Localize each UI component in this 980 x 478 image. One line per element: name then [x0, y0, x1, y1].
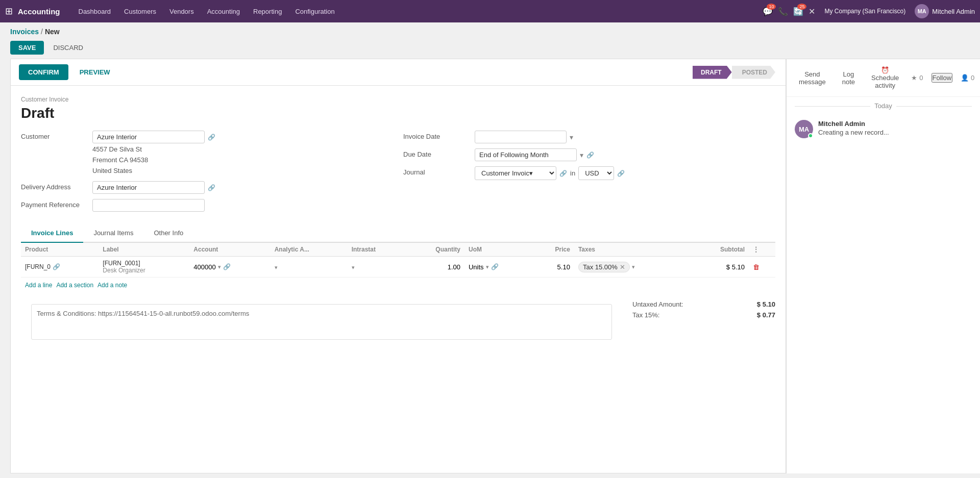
uom-ext-link[interactable]: 🔗: [491, 263, 499, 270]
chatter-msg-name: Mitchell Admin: [818, 120, 972, 128]
log-note-button[interactable]: Log note: [838, 68, 859, 88]
menu-vendors[interactable]: Vendors: [163, 5, 200, 18]
chatter-right: ★ 0 Follow 👤 0: [911, 73, 974, 83]
schedule-activity-button[interactable]: ⏰ Schedule activity: [867, 64, 903, 91]
top-navigation: ⊞ Accounting Dashboard Customers Vendors…: [0, 0, 980, 22]
delivery-ext-link[interactable]: 🔗: [208, 184, 215, 191]
online-indicator: [808, 133, 813, 138]
send-message-button[interactable]: Send message: [795, 68, 830, 88]
cell-price: 5.10: [533, 257, 574, 278]
table-actions: Add a line Add a section Add a note: [21, 278, 775, 289]
invoice-date-field: Invoice Date ▾: [403, 131, 775, 143]
menu-dashboard[interactable]: Dashboard: [72, 5, 117, 18]
main-content: CONFIRM PREVIEW DRAFT POSTED Customer In…: [0, 59, 980, 473]
add-section-link[interactable]: Add a section: [56, 282, 93, 289]
due-date-label: Due Date: [403, 148, 470, 158]
col-account: Account: [189, 243, 270, 257]
untaxed-row: Untaxed Amount: $ 5.10: [632, 299, 775, 310]
customer-input[interactable]: [92, 131, 205, 143]
form-col-right: Invoice Date ▾ Due Date ▾ 🔗: [403, 131, 775, 217]
cell-subtotal: $ 5.10: [690, 257, 749, 278]
phone-icon[interactable]: 📞: [778, 7, 788, 16]
save-button[interactable]: SAVE: [10, 41, 44, 55]
customer-ext-link[interactable]: 🔗: [208, 134, 215, 141]
tax-remove-icon[interactable]: ✕: [620, 263, 625, 271]
col-quantity: Quantity: [405, 243, 464, 257]
cell-product: [FURN_0 🔗: [21, 257, 99, 278]
label-line2: Desk Organizer: [103, 267, 185, 274]
label-line1: [FURN_0001]: [103, 260, 185, 267]
delivery-input[interactable]: [92, 181, 205, 194]
tax-label: Tax 15.00%: [583, 263, 618, 271]
journal-field: Journal Customer Invoic▾ 🔗 in USD: [403, 166, 775, 180]
form-fields: Customer 🔗 4557 De Silva St Fremont CA 9…: [21, 131, 775, 217]
col-uom: UoM: [464, 243, 533, 257]
confirm-section: CONFIRM PREVIEW: [11, 59, 693, 85]
tab-journal-items[interactable]: Journal Items: [83, 224, 143, 243]
col-subtotal: Subtotal: [690, 243, 749, 257]
due-date-ext-link[interactable]: 🔗: [586, 152, 594, 159]
app-brand: Accounting: [18, 7, 60, 16]
discard-button[interactable]: DISCARD: [48, 41, 88, 55]
add-note-link[interactable]: Add a note: [97, 282, 127, 289]
invoice-date-value: ▾: [475, 131, 775, 143]
cell-intrastat: ▾: [348, 257, 405, 278]
tab-invoice-lines[interactable]: Invoice Lines: [21, 224, 83, 243]
notification-icon[interactable]: 💬10: [763, 7, 773, 16]
tax-value: $ 0.77: [757, 311, 775, 319]
confirm-button[interactable]: CONFIRM: [19, 64, 68, 80]
invoice-type-label: Customer Invoice: [21, 96, 775, 103]
menu-accounting[interactable]: Accounting: [201, 5, 246, 18]
breadcrumb-parent[interactable]: Invoices: [10, 28, 39, 36]
product-ext-link[interactable]: 🔗: [53, 263, 60, 270]
due-date-input[interactable]: [475, 148, 577, 161]
invoice-date-input[interactable]: [475, 131, 567, 143]
add-line-link[interactable]: Add a line: [25, 282, 52, 289]
journal-label: Journal: [403, 166, 470, 176]
menu-reporting[interactable]: Reporting: [247, 5, 288, 18]
breadcrumb-separator: /: [41, 28, 43, 36]
people-count: 👤 0: [961, 74, 974, 82]
customer-label: Customer: [21, 131, 87, 140]
account-value: 400000: [193, 263, 215, 271]
product-code-text: [FURN_0: [25, 263, 51, 270]
customer-address: 4557 De Silva St Fremont CA 94538 United…: [92, 144, 393, 176]
refresh-icon[interactable]: 🔄25: [793, 7, 803, 16]
action-bar: SAVE DISCARD: [0, 39, 980, 59]
user-menu[interactable]: MA Mitchell Admin: [915, 4, 975, 18]
tax-badge: Tax 15.00% ✕: [578, 262, 630, 272]
tab-other-info[interactable]: Other Info: [143, 224, 193, 243]
left-panel: CONFIRM PREVIEW DRAFT POSTED Customer In…: [10, 59, 786, 473]
uom-value: Units: [469, 263, 484, 271]
clock-icon: ⏰: [881, 66, 889, 74]
follow-button[interactable]: Follow: [932, 73, 953, 83]
currency-select[interactable]: USD: [578, 166, 614, 180]
totals-section: Untaxed Amount: $ 5.10 Tax 15%: $ 0.77: [632, 299, 775, 345]
account-ext-link[interactable]: 🔗: [223, 263, 231, 270]
customer-field: Customer 🔗 4557 De Silva St Fremont CA 9…: [21, 131, 393, 176]
payment-ref-value: [92, 199, 393, 212]
chatter-panel: Send message Log note ⏰ Schedule activit…: [786, 59, 980, 473]
currency-ext-link[interactable]: 🔗: [617, 170, 625, 177]
untaxed-label: Untaxed Amount:: [632, 300, 683, 308]
bottom-section: Terms & Conditions: https://11564541-15-…: [11, 289, 786, 350]
cell-row-actions: 🗑: [749, 257, 775, 278]
cell-label: [FURN_0001] Desk Organizer: [99, 257, 189, 278]
chatter-today: Today: [787, 97, 980, 115]
menu-customers[interactable]: Customers: [118, 5, 162, 18]
payment-ref-input[interactable]: [92, 199, 205, 212]
close-icon[interactable]: ✕: [808, 7, 815, 16]
preview-button[interactable]: PREVIEW: [75, 64, 115, 80]
apps-icon[interactable]: ⊞: [5, 6, 13, 17]
chatter-avatar: MA: [795, 120, 813, 138]
company-name: My Company (San Francisco): [824, 8, 905, 15]
invoice-lines-table: Product Label Account Analytic A... Intr…: [21, 243, 775, 278]
menu-configuration[interactable]: Configuration: [289, 5, 340, 18]
journal-select[interactable]: Customer Invoic▾: [475, 166, 556, 180]
chatter-message: MA Mitchell Admin Creating a new record.…: [787, 115, 980, 143]
chatter-actions: Send message Log note ⏰ Schedule activit…: [787, 59, 980, 97]
journal-ext-link[interactable]: 🔗: [559, 170, 567, 177]
topnav-right: 💬10 📞 🔄25 ✕ My Company (San Francisco) M…: [763, 4, 975, 18]
delete-row-icon[interactable]: 🗑: [753, 263, 760, 271]
cell-analytic: ▾: [271, 257, 348, 278]
